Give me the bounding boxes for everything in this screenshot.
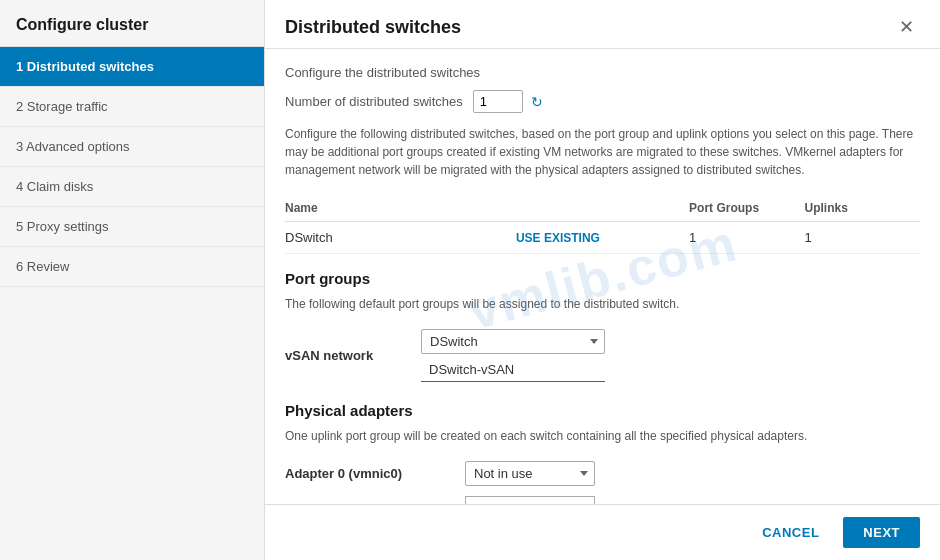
table-header: Name Port Groups Uplinks xyxy=(285,195,920,222)
number-of-switches-input[interactable] xyxy=(473,90,523,113)
sidebar-item-review[interactable]: 6 Review xyxy=(0,247,264,287)
port-groups-section: Port groups The following default port g… xyxy=(285,270,920,382)
vsan-controls: DSwitch xyxy=(421,329,605,382)
main-body: vmlib.com Configure the distributed swit… xyxy=(265,49,940,504)
dswitch-name: DSwitch xyxy=(285,230,516,245)
footer: CANCEL NEXT xyxy=(265,504,940,560)
sidebar-item-distributed-switches[interactable]: 1 Distributed switches xyxy=(0,47,264,87)
table-row: DSwitch USE EXISTING 1 1 xyxy=(285,222,920,254)
col-port-groups: Port Groups xyxy=(689,201,804,215)
adapter-0-select[interactable]: Not in use DSwitch xyxy=(465,461,595,486)
adapter-1-label: Adapter 1 (vmnic1) xyxy=(285,502,465,505)
sidebar-item-proxy-settings[interactable]: 5 Proxy settings xyxy=(0,207,264,247)
adapter-1-row: Adapter 1 (vmnic1) DSwitch Not in use xyxy=(285,496,920,504)
sidebar: Configure cluster 1 Distributed switches… xyxy=(0,0,265,560)
main-header: Distributed switches ✕ xyxy=(265,0,940,49)
refresh-icon[interactable]: ↻ xyxy=(531,94,543,110)
cancel-button[interactable]: CANCEL xyxy=(750,519,831,546)
section-subtitle: Configure the distributed switches xyxy=(285,65,920,80)
sidebar-title: Configure cluster xyxy=(0,0,264,47)
port-groups-heading: Port groups xyxy=(285,270,920,287)
sidebar-item-claim-disks[interactable]: 4 Claim disks xyxy=(0,167,264,207)
port-groups-count: 1 xyxy=(689,230,804,245)
physical-adapters-heading: Physical adapters xyxy=(285,402,920,419)
sidebar-item-storage-traffic[interactable]: 2 Storage traffic xyxy=(0,87,264,127)
use-existing-link[interactable]: USE EXISTING xyxy=(516,231,689,245)
uplinks-count: 1 xyxy=(805,230,920,245)
main-panel: Distributed switches ✕ vmlib.com Configu… xyxy=(265,0,940,560)
col-action xyxy=(516,201,689,215)
adapter-0-label: Adapter 0 (vmnic0) xyxy=(285,466,465,481)
col-name: Name xyxy=(285,201,516,215)
vsan-network-row: vSAN network DSwitch xyxy=(285,329,920,382)
physical-adapters-section: Physical adapters One uplink port group … xyxy=(285,402,920,504)
vsan-portgroup-input[interactable] xyxy=(421,358,605,382)
sidebar-item-advanced-options[interactable]: 3 Advanced options xyxy=(0,127,264,167)
col-uplinks: Uplinks xyxy=(805,201,920,215)
number-of-switches-label: Number of distributed switches xyxy=(285,94,463,109)
panel-title: Distributed switches xyxy=(285,17,461,38)
next-button[interactable]: NEXT xyxy=(843,517,920,548)
adapter-0-row: Adapter 0 (vmnic0) Not in use DSwitch xyxy=(285,461,920,486)
port-groups-description: The following default port groups will b… xyxy=(285,295,920,313)
vsan-switch-select[interactable]: DSwitch xyxy=(421,329,605,354)
switches-table: Name Port Groups Uplinks DSwitch USE EXI… xyxy=(285,195,920,254)
description-text: Configure the following distributed swit… xyxy=(285,125,920,179)
adapter-1-select[interactable]: DSwitch Not in use xyxy=(465,496,595,504)
physical-adapters-description: One uplink port group will be created on… xyxy=(285,427,920,445)
vsan-label: vSAN network xyxy=(285,348,405,363)
close-button[interactable]: ✕ xyxy=(893,16,920,38)
number-of-switches-row: Number of distributed switches ↻ xyxy=(285,90,920,113)
